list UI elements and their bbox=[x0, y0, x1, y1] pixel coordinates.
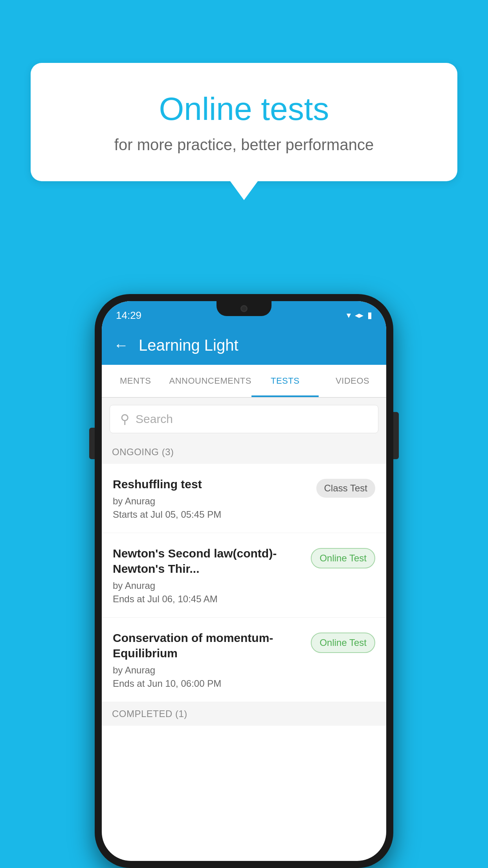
test-by: by Anurag bbox=[113, 665, 305, 676]
camera bbox=[240, 305, 248, 312]
ongoing-section-header: ONGOING (3) bbox=[102, 440, 386, 464]
tab-ments[interactable]: MENTS bbox=[102, 365, 169, 397]
wifi-icon: ▾ bbox=[347, 310, 351, 320]
tab-videos[interactable]: VIDEOS bbox=[319, 365, 386, 397]
test-badge-class: Class Test bbox=[316, 479, 375, 498]
test-date: Ends at Jun 10, 06:00 PM bbox=[113, 678, 305, 689]
speech-bubble: Online tests for more practice, better p… bbox=[31, 63, 457, 181]
phone-screen: 14:29 ▾ ◂▸ ▮ ← Learning Light MENTS ANNO… bbox=[102, 301, 386, 861]
test-badge-online-2: Online Test bbox=[311, 633, 375, 653]
app-title: Learning Light bbox=[139, 337, 238, 354]
speech-bubble-container: Online tests for more practice, better p… bbox=[31, 63, 457, 181]
search-container: ⚲ Search bbox=[102, 398, 386, 440]
app-header: ← Learning Light bbox=[102, 326, 386, 365]
tabs-container: MENTS ANNOUNCEMENTS TESTS VIDEOS bbox=[102, 365, 386, 398]
test-name: Reshuffling test bbox=[113, 476, 310, 492]
ongoing-section-title: ONGOING (3) bbox=[112, 447, 174, 457]
test-date: Ends at Jul 06, 10:45 AM bbox=[113, 594, 305, 605]
search-icon: ⚲ bbox=[120, 412, 129, 427]
test-by: by Anurag bbox=[113, 496, 310, 507]
battery-icon: ▮ bbox=[367, 310, 372, 320]
search-bar[interactable]: ⚲ Search bbox=[110, 405, 378, 433]
completed-section-title: COMPLETED (1) bbox=[112, 708, 187, 719]
signal-icon: ◂▸ bbox=[355, 310, 363, 320]
phone-notch bbox=[216, 301, 272, 316]
status-icons: ▾ ◂▸ ▮ bbox=[347, 310, 372, 320]
status-time: 14:29 bbox=[116, 309, 141, 322]
phone-outer: 14:29 ▾ ◂▸ ▮ ← Learning Light MENTS ANNO… bbox=[95, 294, 393, 868]
search-placeholder: Search bbox=[136, 412, 173, 426]
test-by: by Anurag bbox=[113, 580, 305, 591]
back-button[interactable]: ← bbox=[114, 337, 128, 354]
test-name: Newton's Second law(contd)-Newton's Thir… bbox=[113, 546, 305, 576]
test-date: Starts at Jul 05, 05:45 PM bbox=[113, 509, 310, 520]
phone-frame: 14:29 ▾ ◂▸ ▮ ← Learning Light MENTS ANNO… bbox=[95, 294, 393, 868]
test-item[interactable]: Conservation of momentum-Equilibrium by … bbox=[102, 618, 386, 702]
test-list: Reshuffling test by Anurag Starts at Jul… bbox=[102, 464, 386, 702]
test-info: Conservation of momentum-Equilibrium by … bbox=[113, 630, 305, 689]
completed-section-header: COMPLETED (1) bbox=[102, 702, 386, 726]
test-info: Newton's Second law(contd)-Newton's Thir… bbox=[113, 546, 305, 605]
test-badge-online: Online Test bbox=[311, 548, 375, 568]
test-item[interactable]: Newton's Second law(contd)-Newton's Thir… bbox=[102, 533, 386, 618]
tab-tests[interactable]: TESTS bbox=[251, 365, 319, 397]
speech-bubble-subtitle: for more practice, better performance bbox=[62, 136, 426, 154]
speech-bubble-title: Online tests bbox=[62, 90, 426, 127]
test-info: Reshuffling test by Anurag Starts at Jul… bbox=[113, 476, 310, 520]
test-item[interactable]: Reshuffling test by Anurag Starts at Jul… bbox=[102, 464, 386, 533]
test-name: Conservation of momentum-Equilibrium bbox=[113, 630, 305, 661]
tab-announcements[interactable]: ANNOUNCEMENTS bbox=[169, 365, 251, 397]
